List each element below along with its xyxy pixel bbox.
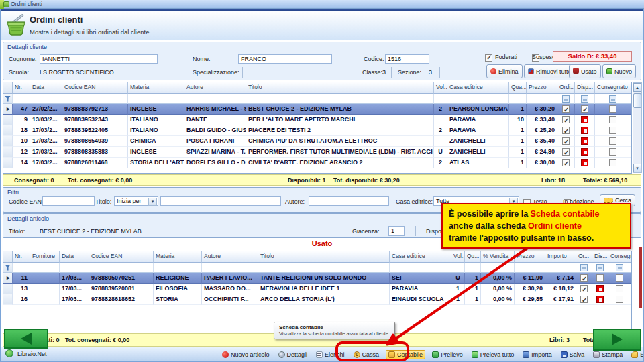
column-header[interactable]: Ordi...	[557, 82, 575, 94]
column-header[interactable]: Autore	[202, 251, 258, 263]
column-header[interactable]: Nr.	[13, 251, 30, 263]
filter-cell[interactable]	[434, 94, 447, 104]
cell-checkbox-red[interactable]	[581, 137, 588, 145]
cell-checkbox-red[interactable]	[581, 116, 588, 123]
column-header[interactable]: Casa editrice	[447, 82, 509, 94]
checkbox-cell[interactable]	[575, 115, 595, 125]
toolbar-etichette-button[interactable]: Etichette	[629, 351, 644, 359]
table-row[interactable]: 1317/03...9788839520081FILOSOFIAMASSARO …	[3, 284, 631, 294]
column-header[interactable]: Titolo	[258, 251, 390, 263]
filter-cell[interactable]	[545, 263, 576, 273]
table-row[interactable]: 1617/03...9788828618652STORIAOCCHIPINTI …	[3, 294, 631, 305]
filter-cell[interactable]	[595, 94, 631, 104]
column-header[interactable]: Or...	[576, 251, 592, 263]
cell-checkbox-checked[interactable]	[562, 105, 570, 113]
cell-checkbox-unchecked[interactable]	[616, 296, 623, 303]
filter-cell[interactable]	[390, 263, 451, 273]
cell-checkbox-red[interactable]	[581, 159, 588, 166]
filter-cell[interactable]	[557, 94, 575, 104]
checkbox-cell[interactable]	[592, 294, 608, 305]
checkbox-cell[interactable]	[595, 147, 631, 158]
column-header[interactable]: Qu...	[465, 251, 481, 263]
cell-checkbox-red[interactable]	[581, 127, 588, 134]
filter-cell[interactable]	[608, 263, 631, 273]
column-header[interactable]: Vol...	[451, 251, 465, 263]
cell-checkbox-unchecked[interactable]	[609, 105, 616, 113]
column-header[interactable]: Autore	[184, 82, 246, 94]
filter-cell[interactable]	[202, 263, 258, 273]
column-header[interactable]: % Vendita	[481, 251, 515, 263]
cell-checkbox-unchecked[interactable]	[616, 274, 623, 282]
filter-cell[interactable]	[30, 94, 62, 104]
checkbox-cell[interactable]	[557, 147, 575, 158]
filter-cell[interactable]	[481, 263, 515, 273]
usato-button[interactable]: Usato	[569, 64, 601, 78]
autore-input[interactable]	[309, 196, 389, 206]
cell-checkbox-unchecked[interactable]	[609, 148, 616, 156]
checkbox-cell[interactable]	[592, 273, 608, 284]
table-row[interactable]: 1017/03/2...9788808654939CHIMICAPOSCA FI…	[3, 136, 631, 147]
column-header[interactable]: Prezzo	[515, 251, 545, 263]
cell-checkbox-unchecked[interactable]	[616, 285, 623, 292]
cell-checkbox-unchecked[interactable]	[609, 159, 616, 166]
column-header[interactable]: Titolo	[246, 82, 434, 94]
toolbar-importa-button[interactable]: Importa	[521, 351, 554, 359]
column-header[interactable]: Materia	[154, 251, 202, 263]
column-header[interactable]: Importo	[545, 251, 576, 263]
scrollbar-thumb[interactable]	[633, 93, 641, 108]
table-row[interactable]: 1817/03/2...9788839522405ITALIANOBALDI G…	[3, 125, 631, 136]
filter-cell[interactable]	[60, 263, 89, 273]
scroll-up-icon[interactable]: ▲	[633, 83, 641, 92]
titolo-mode-select[interactable]: Inizia per	[114, 196, 158, 206]
toolbar-stampa-button[interactable]: Stampa	[591, 351, 625, 359]
checkbox-cell[interactable]	[575, 158, 595, 168]
filter-cell[interactable]	[515, 263, 545, 273]
cell-checkbox-tri[interactable]	[596, 264, 604, 272]
cell-checkbox-unchecked[interactable]	[609, 137, 616, 145]
cell-checkbox-checked[interactable]	[562, 116, 570, 123]
checkbox-cell[interactable]	[575, 147, 595, 158]
column-header[interactable]: Consegnato	[595, 82, 631, 94]
filter-cell[interactable]	[184, 94, 246, 104]
filter-cell[interactable]	[62, 94, 128, 104]
cell-checkbox-tri[interactable]	[616, 264, 623, 272]
checkbox-cell[interactable]	[608, 284, 631, 294]
checkbox-cell[interactable]	[595, 125, 631, 136]
checkbox-cell[interactable]	[557, 125, 575, 136]
cell-checkbox-tri[interactable]	[580, 264, 588, 272]
column-header[interactable]: Fornitore	[30, 251, 60, 263]
cell-checkbox-checked[interactable]	[580, 285, 588, 292]
cell-checkbox-unchecked[interactable]	[609, 127, 616, 134]
column-header[interactable]: Consegnato	[608, 251, 631, 263]
filter-cell[interactable]	[128, 94, 184, 104]
filter-cell[interactable]	[13, 263, 30, 273]
filter-cell[interactable]	[576, 263, 592, 273]
nuovo-button[interactable]: Nuovo	[602, 64, 636, 78]
checkbox-cell[interactable]	[557, 158, 575, 168]
cell-checkbox-tri[interactable]	[609, 95, 616, 103]
column-header[interactable]: Data	[30, 82, 62, 94]
checkbox-cell[interactable]	[575, 125, 595, 136]
column-header[interactable]: Disp...	[575, 82, 595, 94]
checkbox-cell[interactable]	[608, 273, 631, 284]
checkbox-cell[interactable]	[557, 136, 575, 147]
codice-ean-input[interactable]	[42, 196, 95, 206]
cell-checkbox-unchecked[interactable]	[609, 116, 616, 123]
nome-input[interactable]: FRANCO	[238, 54, 332, 64]
nav-next-button[interactable]	[593, 329, 641, 351]
filter-cell[interactable]	[30, 263, 60, 273]
cell-checkbox-checked[interactable]	[562, 148, 570, 156]
column-header[interactable]: Nr.	[13, 82, 30, 94]
foderati-checkbox[interactable]	[485, 54, 492, 62]
column-header[interactable]: Materia	[128, 82, 184, 94]
table-row[interactable]: 913/03/2...9788839532343ITALIANODANTEPER…	[3, 115, 631, 125]
toolbar-prelievo-button[interactable]: Prelievo	[430, 351, 465, 359]
orders-scrollbar[interactable]: ▲ ▼	[633, 82, 642, 173]
table-row[interactable]: 1217/03/2...9788808335883INGLESESPIAZZI …	[3, 147, 631, 158]
cell-checkbox-checked[interactable]	[581, 105, 588, 113]
elimina-button[interactable]: Elimina	[486, 64, 523, 78]
column-header[interactable]: Data	[60, 251, 89, 263]
filter-cell[interactable]	[465, 263, 481, 273]
toolbar-salva-button[interactable]: Salva	[559, 351, 587, 359]
column-header[interactable]: Dis...	[592, 251, 608, 263]
